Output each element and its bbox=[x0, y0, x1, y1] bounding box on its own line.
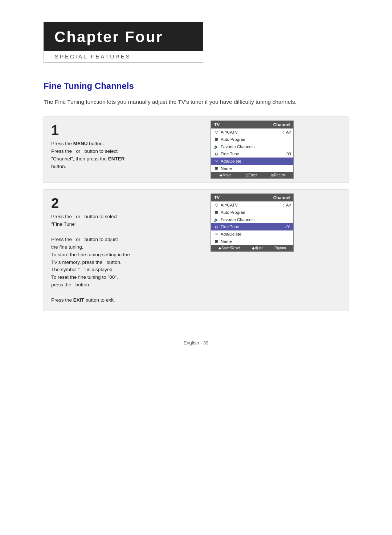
menu-label: Favorite Channels bbox=[221, 217, 290, 222]
page-footer: English - 39 bbox=[44, 340, 348, 346]
menu-row: ⊞ Name - - - - bbox=[211, 238, 293, 245]
footer-return: ⊞Return bbox=[271, 173, 285, 177]
menu-label: Add/Delete bbox=[221, 159, 290, 163]
section-intro: The Fine Tuning function lets you manual… bbox=[44, 98, 319, 106]
step-2-right: TV Channel ▽ Air/CATV : Air ⊞ Auto Progr… bbox=[156, 190, 348, 311]
section-title: Fine Tuning Channels bbox=[44, 81, 348, 91]
menu-row: ✕ Add/Delete bbox=[211, 230, 293, 238]
step-2-tv-menu: TV Channel ▽ Air/CATV : Air ⊞ Auto Progr… bbox=[211, 193, 294, 252]
step-1-number: 1 bbox=[51, 123, 149, 137]
menu-row: 🔈 Favorite Channels bbox=[211, 216, 293, 223]
menu-row-selected: ⊡ Fine Tune +01 bbox=[211, 223, 293, 230]
menu-icon: ⊡ bbox=[213, 225, 219, 229]
step-2-menu-header: TV Channel bbox=[211, 194, 293, 201]
step-2-menu-header-right: Channel bbox=[273, 195, 290, 200]
menu-icon: ✕ bbox=[213, 232, 219, 237]
step-1-menu-header: TV Channel bbox=[211, 121, 293, 128]
menu-label: Name bbox=[221, 239, 281, 244]
step-2-menu-header-left: TV bbox=[214, 195, 220, 200]
chapter-subtitle-box: Special Features bbox=[44, 51, 203, 63]
step-2-text: Press the or button to select "Fine Tune… bbox=[51, 213, 149, 304]
menu-value: - - - - bbox=[282, 239, 291, 244]
step-1-tv-menu: TV Channel ▽ Air/CATV : Air ⊞ Auto Progr… bbox=[211, 121, 294, 179]
menu-label: Fine Tune bbox=[221, 152, 285, 156]
menu-label: Name bbox=[221, 166, 281, 171]
step-2-menu-footer: ◆Save/Reset ◆djust R⊞tum bbox=[211, 245, 293, 251]
menu-row: 🔈 Favorite Channels bbox=[211, 143, 293, 150]
menu-row: ⊞ Auto Program bbox=[211, 136, 293, 143]
menu-icon: 🔈 bbox=[213, 144, 219, 149]
step-2-left: 2 Press the or button to select "Fine Tu… bbox=[44, 190, 156, 311]
menu-row-selected: ✕ Add/Delete bbox=[211, 158, 293, 165]
step-1-text: Press the MENU button. Press the or butt… bbox=[51, 140, 149, 171]
menu-label: Auto Program bbox=[221, 210, 290, 215]
menu-icon: ✕ bbox=[213, 159, 219, 164]
menu-label: Add/Delete bbox=[221, 232, 290, 236]
step-1-menu-header-left: TV bbox=[214, 122, 220, 127]
menu-label: Air/CATV bbox=[221, 203, 281, 207]
menu-icon: 🔈 bbox=[213, 217, 219, 222]
footer-move: ◆Move bbox=[220, 173, 231, 177]
footer-save-reset: ◆Save/Reset bbox=[219, 246, 240, 250]
menu-label: Favorite Channels bbox=[221, 144, 290, 149]
menu-row: ⊞ Auto Program bbox=[211, 209, 293, 216]
menu-icon: ⊞ bbox=[213, 210, 219, 215]
step-2-number: 2 bbox=[51, 196, 149, 210]
footer-enter: ⊡Enter bbox=[245, 173, 257, 177]
menu-label: Fine Tune bbox=[221, 225, 282, 229]
menu-row: ⊞ Name - - - - bbox=[211, 165, 293, 172]
step-1-box: 1 Press the MENU button. Press the or bu… bbox=[44, 117, 348, 183]
menu-value: +01 bbox=[284, 225, 291, 229]
step-1-menu-header-right: Channel bbox=[273, 122, 290, 127]
menu-value: : Air bbox=[283, 203, 291, 207]
menu-value: 00 bbox=[286, 152, 291, 156]
menu-value: : Air bbox=[283, 130, 291, 134]
menu-icon: ▽ bbox=[213, 130, 219, 135]
menu-icon: ⊞ bbox=[213, 166, 219, 171]
footer-return: R⊞tum bbox=[274, 246, 286, 250]
footer-adjust: ◆djust bbox=[252, 246, 262, 250]
menu-icon: ⊡ bbox=[213, 152, 219, 156]
menu-icon: ▽ bbox=[213, 203, 219, 208]
menu-label: Auto Program bbox=[221, 137, 290, 142]
step-1-left: 1 Press the MENU button. Press the or bu… bbox=[44, 117, 156, 183]
chapter-title: Chapter Four bbox=[54, 28, 192, 46]
page-label: English - 39 bbox=[184, 340, 209, 346]
menu-row: ▽ Air/CATV : Air bbox=[211, 128, 293, 136]
menu-icon: ⊞ bbox=[213, 239, 219, 244]
chapter-subtitle: Special Features bbox=[55, 53, 131, 60]
menu-icon: ⊞ bbox=[213, 137, 219, 142]
steps-container: 1 Press the MENU button. Press the or bu… bbox=[44, 117, 348, 311]
step-1-right: TV Channel ▽ Air/CATV : Air ⊞ Auto Progr… bbox=[156, 117, 348, 183]
step-2-box: 2 Press the or button to select "Fine Tu… bbox=[44, 189, 348, 311]
menu-row: ▽ Air/CATV : Air bbox=[211, 201, 293, 209]
step-1-menu-footer: ◆Move ⊡Enter ⊞Return bbox=[211, 172, 293, 178]
menu-label: Air/CATV bbox=[221, 130, 281, 134]
menu-row: ⊡ Fine Tune 00 bbox=[211, 150, 293, 158]
chapter-header: Chapter Four Special Features bbox=[44, 22, 348, 63]
menu-value: - - - - bbox=[282, 166, 291, 171]
chapter-title-box: Chapter Four bbox=[44, 22, 203, 51]
